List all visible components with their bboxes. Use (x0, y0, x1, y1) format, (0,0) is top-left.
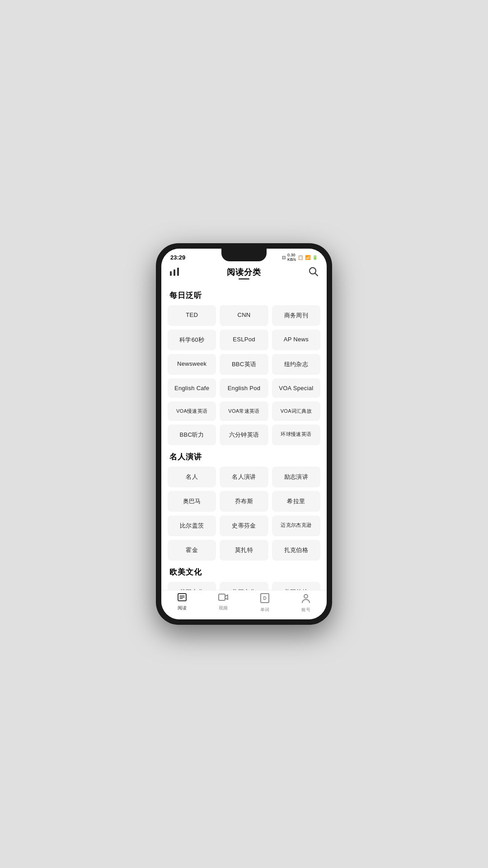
video-icon (218, 593, 228, 604)
nav-label-read: 阅读 (178, 605, 187, 611)
svg-rect-1 (174, 269, 175, 276)
svg-rect-0 (170, 271, 172, 276)
page-title: 阅读分类 (227, 267, 261, 279)
list-item[interactable]: 美国总统 (272, 582, 320, 590)
list-item[interactable]: 美国文化 (220, 582, 268, 590)
list-item[interactable]: 纽约杂志 (272, 354, 320, 375)
word-icon: D (260, 593, 270, 605)
battery-icon: 🔋 (312, 255, 318, 260)
svg-point-12 (304, 594, 308, 598)
list-item[interactable]: 奥巴马 (168, 491, 216, 512)
list-item[interactable]: 比尔盖茨 (168, 515, 216, 536)
list-item[interactable]: VOA常速英语 (220, 401, 268, 421)
grid-daily: TED CNN 商务周刊 科学60秒 ESLPod AP News Newswe… (168, 305, 320, 445)
list-item[interactable]: 扎克伯格 (272, 540, 320, 561)
list-item[interactable]: 励志演讲 (272, 467, 320, 487)
list-item[interactable]: 英国文化 (168, 582, 216, 590)
list-item[interactable]: 莫扎特 (220, 540, 268, 561)
section-title-famous: 名人演讲 (169, 452, 320, 462)
search-icon[interactable] (309, 267, 319, 279)
list-item[interactable]: ESLPod (220, 330, 268, 350)
list-item[interactable]: 环球慢速英语 (272, 425, 320, 445)
list-item[interactable]: CNN (220, 305, 268, 326)
list-item[interactable]: 商务周刊 (272, 305, 320, 326)
top-bar: 阅读分类 (161, 264, 327, 284)
bottom-nav: 阅读 视频 D 单词 (161, 590, 327, 619)
nav-label-word: 单词 (260, 607, 269, 613)
list-item[interactable]: 希拉里 (272, 491, 320, 512)
list-item[interactable]: 乔布斯 (220, 491, 268, 512)
scroll-area[interactable]: 每日泛听 TED CNN 商务周刊 科学60秒 ESLPod AP News N… (161, 284, 327, 590)
nav-label-video: 视频 (219, 605, 228, 611)
nav-item-word[interactable]: D 单词 (244, 593, 286, 613)
list-item[interactable]: 迈克尔杰克逊 (272, 515, 320, 536)
wifi-icon: 📶 (305, 255, 310, 260)
list-item[interactable]: 名人演讲 (220, 467, 268, 487)
list-item[interactable]: English Pod (220, 378, 268, 398)
section-title-culture: 欧美文化 (169, 567, 320, 577)
account-icon (301, 593, 311, 605)
list-item[interactable]: 六分钟英语 (220, 425, 268, 445)
nav-item-video[interactable]: 视频 (203, 593, 244, 613)
nav-label-account: 账号 (301, 607, 310, 613)
list-item[interactable]: English Cafe (168, 378, 216, 398)
list-item[interactable]: TED (168, 305, 216, 326)
grid-culture: 英国文化 美国文化 美国总统 (168, 582, 320, 590)
svg-rect-2 (177, 268, 179, 276)
read-icon (177, 593, 187, 604)
svg-line-4 (315, 274, 318, 276)
section-title-daily: 每日泛听 (169, 290, 320, 301)
svg-rect-9 (219, 594, 225, 600)
network-icon: ⊡ (282, 255, 286, 260)
list-item[interactable]: VOA慢速英语 (168, 401, 216, 421)
network-speed: 0.30KB/s (287, 253, 296, 262)
list-item[interactable]: 名人 (168, 467, 216, 487)
status-time: 23:29 (170, 254, 185, 261)
svg-text:D: D (263, 596, 266, 601)
list-item[interactable]: BBC听力 (168, 425, 216, 445)
grid-famous: 名人 名人演讲 励志演讲 奥巴马 乔布斯 希拉里 比尔盖茨 史蒂芬金 迈克尔杰克… (168, 467, 320, 561)
nav-item-read[interactable]: 阅读 (161, 593, 203, 613)
list-item[interactable]: 霍金 (168, 540, 216, 561)
chart-icon[interactable] (169, 268, 179, 278)
list-item[interactable]: VOA Special (272, 378, 320, 398)
nav-item-account[interactable]: 账号 (286, 593, 327, 613)
phone-screen: 23:29 ⊡ 0.30KB/s 📋 📶 🔋 阅读分类 (161, 249, 327, 619)
sim-icon: 📋 (298, 255, 303, 260)
list-item[interactable]: Newsweek (168, 354, 216, 375)
notch (221, 249, 267, 261)
status-icons: ⊡ 0.30KB/s 📋 📶 🔋 (282, 253, 318, 262)
phone-frame: 23:29 ⊡ 0.30KB/s 📋 📶 🔋 阅读分类 (156, 243, 332, 625)
list-item[interactable]: AP News (272, 330, 320, 350)
list-item[interactable]: VOA词汇典故 (272, 401, 320, 421)
list-item[interactable]: 史蒂芬金 (220, 515, 268, 536)
list-item[interactable]: BBC英语 (220, 354, 268, 375)
list-item[interactable]: 科学60秒 (168, 330, 216, 350)
